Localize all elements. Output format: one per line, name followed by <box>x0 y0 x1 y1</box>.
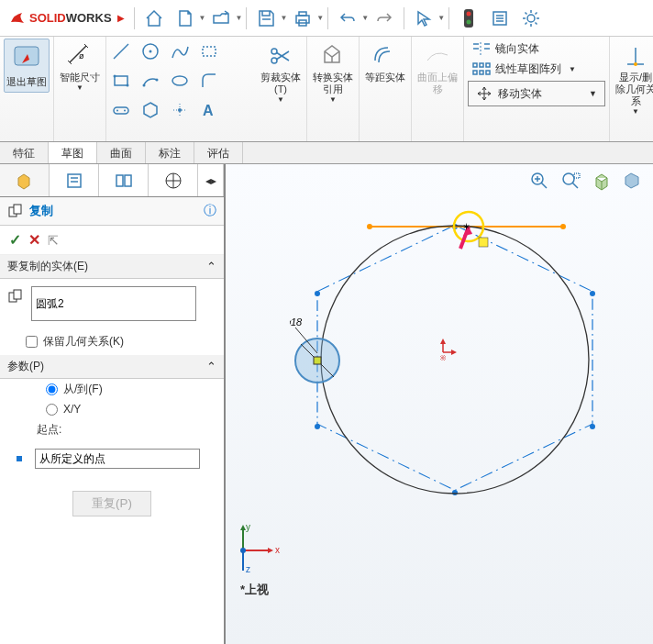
svg-line-58 <box>541 183 547 188</box>
home-button[interactable] <box>139 4 169 33</box>
point-marker-icon <box>13 452 26 465</box>
svg-text:ø: ø <box>79 51 84 61</box>
ds-logo-icon <box>9 10 26 27</box>
redo-button[interactable] <box>370 4 399 33</box>
tab-evaluate[interactable]: 评估 <box>194 142 243 163</box>
svg-rect-48 <box>125 175 131 186</box>
svg-rect-53 <box>14 205 21 214</box>
new-button[interactable] <box>171 4 200 33</box>
start-point-label: 起点: <box>0 418 224 441</box>
tab-sketch[interactable]: 草图 <box>49 142 97 163</box>
zoom-fit-icon[interactable] <box>526 168 552 194</box>
ok-button[interactable]: ✓ <box>9 231 21 249</box>
keep-relations-checkbox[interactable] <box>26 336 38 348</box>
svg-rect-56 <box>17 456 22 461</box>
linear-pattern-button[interactable]: 线性草图阵列▼ <box>468 59 605 79</box>
radio-fromto[interactable] <box>46 383 58 395</box>
entities-list-input[interactable] <box>31 286 196 321</box>
ellipse-tool[interactable] <box>167 68 193 94</box>
rectangle-dashed-tool[interactable] <box>196 39 222 64</box>
traffic-icon[interactable] <box>454 4 483 33</box>
pm-tab-config[interactable] <box>99 164 149 196</box>
svg-text:A: A <box>203 103 214 118</box>
help-icon[interactable]: ⓘ <box>204 203 216 219</box>
svg-text:⨳: ⨳ <box>438 352 448 362</box>
offset-entities-button[interactable]: 等距实体 <box>363 39 407 87</box>
open-button[interactable] <box>207 4 237 33</box>
section-params-header[interactable]: 参数(P)⌃ <box>0 355 224 379</box>
pushpin-icon[interactable]: ⇱ <box>48 233 59 248</box>
title-bar: SOLIDWORKS ▶ ▼ ▼ ▼ ▼ ▼ ▼ <box>0 0 653 37</box>
svg-point-22 <box>172 76 187 85</box>
svg-point-70 <box>367 224 372 229</box>
sketch-tools-grid: A <box>106 37 255 141</box>
arc-tool[interactable] <box>138 68 163 94</box>
svg-rect-55 <box>14 290 21 299</box>
text-tool[interactable]: A <box>196 97 222 123</box>
svg-rect-40 <box>486 71 490 74</box>
view-orientation-icon[interactable] <box>589 168 614 194</box>
print-button[interactable] <box>288 4 317 33</box>
pm-tab-feature[interactable] <box>0 164 50 196</box>
ribbon: 退出草图 ø 智能尺寸 ▼ A 剪裁实体(T)▼ 转换实 <box>0 37 653 142</box>
zoom-area-icon[interactable] <box>558 168 583 194</box>
exit-sketch-button[interactable]: 退出草图 <box>4 39 50 93</box>
svg-rect-37 <box>486 63 490 67</box>
svg-point-10 <box>527 15 535 22</box>
display-delete-relations-button[interactable]: 显示/删除几何关系▼ <box>614 39 653 119</box>
point-tool[interactable] <box>167 97 193 123</box>
tab-annotate[interactable]: 标注 <box>146 142 194 163</box>
line-tool[interactable] <box>108 39 134 64</box>
svg-line-33 <box>276 52 289 61</box>
save-button[interactable] <box>251 4 281 33</box>
undo-button[interactable] <box>333 4 362 33</box>
smart-dimension-button[interactable]: ø 智能尺寸 ▼ <box>58 39 102 95</box>
pm-tab-more[interactable]: ◂▸ <box>198 164 224 196</box>
circle-tool[interactable] <box>138 39 163 64</box>
svg-point-64 <box>590 291 595 296</box>
property-manager: ◂▸ 复制 ⓘ ✓ ✕ ⇱ 要复制的实体(E)⌃ 保留几何关系(K) 参数(P)… <box>0 164 226 644</box>
fillet-tool[interactable] <box>196 68 222 94</box>
svg-rect-61 <box>574 173 580 178</box>
svg-point-15 <box>149 50 152 53</box>
svg-point-31 <box>271 58 277 63</box>
main-area: ◂▸ 复制 ⓘ ✓ ✕ ⇱ 要复制的实体(E)⌃ 保留几何关系(K) 参数(P)… <box>0 164 653 644</box>
svg-rect-47 <box>116 175 123 186</box>
trim-button[interactable]: 剪裁实体(T)▼ <box>259 39 303 107</box>
svg-rect-0 <box>296 16 309 23</box>
graphics-viewport[interactable]: ✶ ⌀18 ⨳ x y z *上视 <box>226 164 653 644</box>
start-point-input[interactable] <box>35 449 200 469</box>
pm-tab-property[interactable] <box>50 164 99 196</box>
move-entity-dropdown[interactable]: 移动实体 ▼ <box>468 81 605 106</box>
section-entities-header[interactable]: 要复制的实体(E)⌃ <box>0 255 224 279</box>
tab-surfaces[interactable]: 曲面 <box>97 142 146 163</box>
svg-rect-16 <box>203 47 216 56</box>
app-name: SOLIDWORKS <box>29 11 112 25</box>
svg-point-94 <box>240 548 246 553</box>
tab-features[interactable]: 特征 <box>0 142 49 163</box>
repeat-button[interactable]: 重复(P) <box>72 491 151 516</box>
mirror-entities-button[interactable]: 镜向实体 <box>468 39 605 59</box>
pm-tab-dim[interactable] <box>149 164 198 196</box>
svg-point-18 <box>114 75 116 78</box>
app-menu-caret[interactable]: ▶ <box>117 13 125 23</box>
spline-tool[interactable] <box>167 39 193 64</box>
corner-rect-tool[interactable] <box>108 68 134 94</box>
app-logo: SOLIDWORKS ▶ <box>4 10 130 27</box>
slot-tool[interactable] <box>108 97 134 123</box>
pm-title: 复制 <box>29 203 53 219</box>
options-button[interactable] <box>485 4 515 33</box>
svg-point-20 <box>143 84 146 87</box>
select-button[interactable] <box>409 4 438 33</box>
convert-entities-button[interactable]: 转换实体引用▼ <box>311 39 355 107</box>
svg-rect-36 <box>480 63 483 67</box>
polygon-tool[interactable] <box>138 97 163 123</box>
svg-marker-85 <box>451 350 457 355</box>
svg-point-65 <box>590 424 595 429</box>
display-style-icon[interactable] <box>620 168 646 194</box>
copy-command-icon <box>7 203 24 219</box>
settings-button[interactable] <box>516 4 546 33</box>
cancel-button[interactable]: ✕ <box>28 231 40 249</box>
svg-line-34 <box>276 51 289 60</box>
radio-xy[interactable] <box>46 404 58 416</box>
